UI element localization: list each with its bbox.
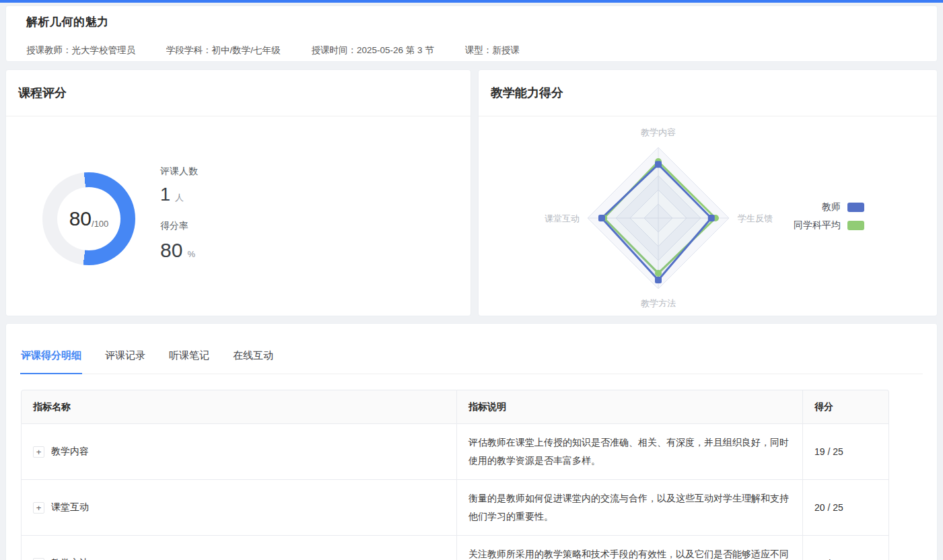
meta-time: 授课时间：2025-05-26 第 3 节 — [312, 44, 434, 57]
score-value: 80 — [69, 207, 92, 230]
table-row: + 教学方法 关注教师所采用的教学策略和技术手段的有效性，以及它们是否能够适应不… — [21, 536, 889, 560]
teaching-ability-title: 教学能力得分 — [479, 70, 937, 116]
lesson-header-card: 解析几何的魅力 授课教师：光大学校管理员 学段学科：初中/数学/七年级 授课时间… — [5, 5, 938, 62]
indicator-name: 教学内容 — [51, 446, 89, 458]
col-header-indicator-desc: 指标说明 — [457, 390, 803, 424]
tab-bar: 评课得分明细 评课记录 听课笔记 在线互动 — [20, 343, 923, 374]
score-donut-center: 80 /100 — [57, 187, 120, 250]
indicator-table: 指标名称 指标说明 得分 + 教学内容 评估教师在课堂上传授的知识是否准确、相关… — [21, 390, 889, 560]
col-header-score: 得分 — [803, 390, 889, 424]
indicator-name: 教学方法 — [51, 557, 89, 560]
tab-evaluation-records[interactable]: 评课记录 — [104, 343, 146, 374]
expand-icon[interactable]: + — [33, 446, 44, 458]
course-score-card: 课程评分 80 /100 评课人数 1 人 得分率 80 % — [5, 69, 471, 316]
tab-listening-notes[interactable]: 听课笔记 — [168, 343, 210, 374]
expand-icon[interactable]: + — [33, 558, 44, 560]
indicator-desc: 关注教师所采用的教学策略和技术手段的有效性，以及它们是否能够适应不同的学习风格和… — [457, 536, 803, 560]
radar-label-top: 教学内容 — [641, 127, 676, 137]
meta-teacher: 授课教师：光大学校管理员 — [26, 44, 135, 57]
radar-label-bottom: 教学方法 — [641, 298, 676, 308]
indicator-desc: 评估教师在课堂上传授的知识是否准确、相关、有深度，并且组织良好，同时使用的教学资… — [457, 424, 803, 480]
indicator-desc: 衡量的是教师如何促进课堂内的交流与合作，以及这些互动对学生理解和支持他们学习的重… — [457, 480, 803, 536]
radar-svg: 教学内容 学生反馈 教学方法 课堂互动 — [479, 117, 938, 317]
legend-item-teacher[interactable]: 教师 — [822, 201, 864, 213]
table-header-row: 指标名称 指标说明 得分 — [21, 390, 889, 424]
meta-grade-subject: 学段学科：初中/数学/七年级 — [166, 44, 281, 57]
score-rate-label: 得分率 — [160, 220, 198, 232]
indicator-score: 19 / 25 — [803, 424, 889, 480]
radar-legend: 教师 同学科平均 — [794, 201, 864, 232]
table-row: + 教学内容 评估教师在课堂上传授的知识是否准确、相关、有深度，并且组织良好，同… — [21, 424, 889, 480]
radar-label-left: 课堂互动 — [545, 213, 580, 223]
evaluation-detail-card: 评课得分明细 评课记录 听课笔记 在线互动 指标名称 指标说明 得分 + 教学内… — [5, 323, 938, 560]
tab-online-interaction[interactable]: 在线互动 — [232, 343, 274, 374]
legend-item-subject-average[interactable]: 同学科平均 — [794, 219, 864, 232]
meta-lesson-type: 课型：新授课 — [465, 44, 520, 57]
score-stats: 评课人数 1 人 得分率 80 % — [160, 166, 198, 277]
reviewer-count-label: 评课人数 — [160, 166, 198, 178]
teaching-ability-card: 教学能力得分 — [478, 69, 938, 316]
expand-icon[interactable]: + — [33, 502, 44, 514]
course-score-title: 课程评分 — [6, 70, 470, 116]
col-header-indicator-name: 指标名称 — [21, 390, 457, 424]
indicator-score: 22 / 25 — [803, 536, 889, 560]
teacher-series-swatch — [847, 203, 864, 212]
score-total: /100 — [92, 219, 108, 229]
radar-chart: 教学内容 学生反馈 教学方法 课堂互动 — [479, 117, 938, 317]
indicator-score: 20 / 25 — [803, 480, 889, 536]
average-series-swatch — [847, 221, 864, 230]
score-donut-chart: 80 /100 — [42, 172, 135, 265]
top-accent-bar — [0, 0, 943, 3]
table-row: + 课堂互动 衡量的是教师如何促进课堂内的交流与合作，以及这些互动对学生理解和支… — [21, 480, 889, 536]
reviewer-count-value: 1 人 — [160, 184, 198, 205]
tab-score-detail[interactable]: 评课得分明细 — [20, 343, 82, 374]
page-title: 解析几何的魅力 — [26, 14, 937, 30]
lesson-meta-row: 授课教师：光大学校管理员 学段学科：初中/数学/七年级 授课时间：2025-05… — [26, 44, 937, 57]
score-rate-value: 80 % — [160, 239, 198, 262]
indicator-name: 课堂互动 — [51, 501, 89, 514]
radar-label-right: 学生反馈 — [738, 213, 773, 223]
